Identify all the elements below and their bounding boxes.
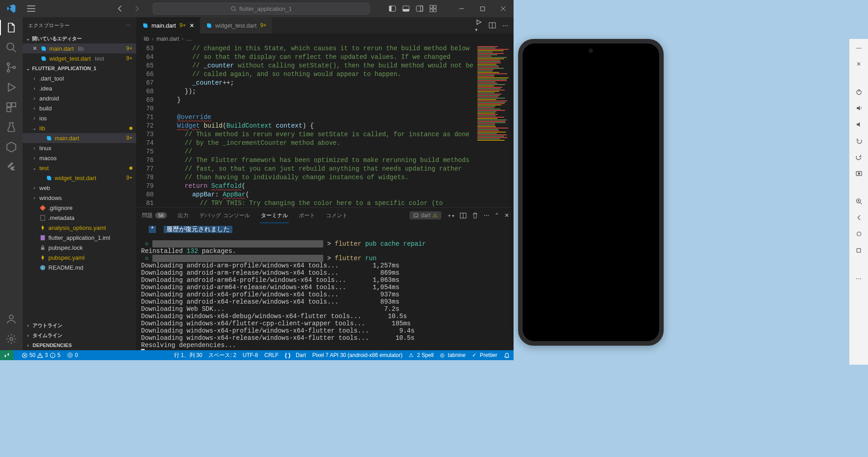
tree-item[interactable]: .gitignore	[23, 203, 136, 213]
tree-item[interactable]: iREADME.md	[23, 262, 136, 272]
explorer-icon[interactable]	[5, 22, 17, 33]
breadcrumb-segment[interactable]: main.dart	[156, 36, 179, 42]
panel-tab-terminal[interactable]: ターミナル	[260, 212, 289, 219]
dependencies-section[interactable]: ›DEPENDENCIES	[23, 340, 136, 350]
emulator-home-icon[interactable]	[854, 229, 864, 239]
open-editor-item[interactable]: widget_test.darttest9+	[23, 53, 136, 63]
panel-tab-ports[interactable]: ポート	[298, 212, 316, 219]
settings-gear-icon[interactable]	[5, 333, 17, 345]
status-tabnine[interactable]: ◎ tabnine	[440, 352, 466, 358]
outline-section[interactable]: ›アウトライン	[23, 320, 136, 330]
tree-item[interactable]: flutter_application_1.iml	[23, 233, 136, 243]
split-terminal-icon[interactable]	[460, 212, 467, 219]
accounts-icon[interactable]	[5, 313, 17, 325]
emulator-close-icon[interactable]: ✕	[854, 59, 864, 69]
tree-item[interactable]: ›web	[23, 183, 136, 193]
emulator-power-icon[interactable]	[854, 87, 864, 97]
remote-indicator[interactable]	[0, 350, 14, 360]
customize-layout-icon[interactable]	[429, 5, 437, 12]
tree-item[interactable]: ›.idea	[23, 83, 136, 93]
sidebar-more-icon[interactable]: ⋯	[126, 23, 131, 29]
emulator-back-icon[interactable]	[854, 213, 864, 223]
close-panel-icon[interactable]: ✕	[505, 212, 509, 219]
breadcrumb-segment[interactable]: lib	[144, 36, 149, 42]
run-file-icon[interactable]: ▾	[475, 19, 482, 33]
kill-terminal-icon[interactable]	[472, 212, 478, 219]
emulator-more-icon[interactable]: ⋯	[854, 273, 864, 283]
new-terminal-icon[interactable]: ＋▾	[447, 212, 454, 219]
panel-more-icon[interactable]: ⋯	[484, 212, 489, 219]
project-section[interactable]: ⌄FLUTTER_APPLICATION_1	[23, 63, 136, 73]
nav-forward-icon[interactable]	[133, 5, 140, 12]
status-problems[interactable]: 50 3 5	[22, 352, 61, 358]
tree-item[interactable]: ›linux	[23, 143, 136, 153]
toggle-primary-sidebar-icon[interactable]	[389, 5, 396, 12]
status-spell[interactable]: ⚠ 2 Spell	[409, 352, 434, 358]
tree-item[interactable]: ⌄lib	[23, 123, 136, 133]
breadcrumb[interactable]: lib›main.dart›…	[137, 33, 514, 44]
tree-item[interactable]: !pubspec.yaml	[23, 252, 136, 262]
tree-item[interactable]: ›ios	[23, 113, 136, 123]
tree-item[interactable]: ›android	[23, 93, 136, 103]
window-minimize-icon[interactable]	[451, 0, 472, 17]
tree-item[interactable]: ›build	[23, 103, 136, 113]
run-debug-icon[interactable]	[5, 81, 17, 93]
editor-tab[interactable]: main.dart9+✕	[137, 17, 200, 33]
menu-icon[interactable]	[27, 5, 35, 12]
status-eol[interactable]: CRLF	[264, 352, 278, 358]
flutter-icon[interactable]	[5, 161, 17, 173]
tree-item[interactable]: ›macos	[23, 153, 136, 163]
maximize-panel-icon[interactable]: ⌃	[495, 212, 499, 219]
terminal[interactable]: * 履歴が復元されました ○ xxxxxxxxxxxxxxxxxxxxxxxxx…	[137, 223, 514, 350]
tree-item[interactable]: ›windows	[23, 193, 136, 203]
tree-item[interactable]: !analysis_options.yaml	[23, 223, 136, 233]
status-notifications-icon[interactable]	[504, 352, 510, 358]
nav-back-icon[interactable]	[117, 5, 124, 12]
android-emulator[interactable]	[518, 39, 664, 346]
status-line-col[interactable]: 行 1、列 30	[174, 352, 203, 359]
window-close-icon[interactable]	[493, 0, 514, 17]
source-control-icon[interactable]	[5, 62, 17, 73]
code-editor[interactable]: // changed in this State, which causes i…	[162, 44, 476, 207]
testing-icon[interactable]	[5, 121, 17, 133]
timeline-section[interactable]: ›タイムライン	[23, 330, 136, 340]
status-spaces[interactable]: スペース: 2	[208, 352, 236, 359]
tree-item[interactable]: main.dart9+	[23, 133, 136, 143]
split-editor-icon[interactable]	[489, 22, 496, 29]
open-editors-section[interactable]: ⌄開いているエディター	[23, 33, 136, 43]
emulator-rotate-right-icon[interactable]	[854, 152, 864, 162]
close-editor-icon[interactable]: ✕	[32, 45, 38, 52]
open-editor-item[interactable]: ✕main.dartlib9+	[23, 43, 136, 53]
status-ports[interactable]: 0	[67, 352, 78, 358]
editor-tab[interactable]: widget_test.dart9+	[200, 17, 272, 33]
tree-item[interactable]: .metadata	[23, 213, 136, 223]
breadcrumb-segment[interactable]: …	[186, 36, 192, 42]
emulator-volume-up-icon[interactable]	[854, 103, 864, 113]
emulator-screen[interactable]	[523, 43, 659, 341]
terminal-shell-indicator[interactable]: dart ⚠	[410, 211, 441, 219]
window-maximize-icon[interactable]	[472, 0, 493, 17]
extensions-icon[interactable]	[5, 101, 17, 113]
search-icon[interactable]	[5, 42, 17, 53]
command-center[interactable]: flutter_application_1	[153, 3, 370, 14]
editor-more-icon[interactable]: ⋯	[502, 22, 508, 29]
emulator-zoom-icon[interactable]	[854, 196, 864, 206]
minimap[interactable]	[476, 44, 514, 207]
emulator-overview-icon[interactable]	[854, 245, 864, 255]
status-language[interactable]: { } Dart	[285, 352, 306, 358]
emulator-screenshot-icon[interactable]	[854, 168, 864, 178]
tree-item[interactable]: ›.dart_tool	[23, 73, 136, 83]
tree-item[interactable]: widget_test.dart9+	[23, 173, 136, 183]
panel-tab-debug-console[interactable]: デバッグ コンソール	[198, 212, 250, 219]
tree-item[interactable]: ⌄test	[23, 163, 136, 173]
remote-explorer-icon[interactable]	[5, 141, 17, 153]
panel-tab-problems[interactable]: 問題58	[141, 212, 168, 219]
panel-tab-output[interactable]: 出力	[177, 212, 189, 219]
status-device[interactable]: Pixel 7 API 30 (android-x86 emulator)	[312, 352, 402, 358]
emulator-volume-down-icon[interactable]	[854, 119, 864, 129]
tree-item[interactable]: pubspec.lock	[23, 243, 136, 252]
panel-tab-comments[interactable]: コメント	[325, 212, 349, 219]
close-tab-icon[interactable]: ✕	[189, 22, 194, 29]
toggle-secondary-sidebar-icon[interactable]	[416, 5, 423, 12]
emulator-rotate-left-icon[interactable]	[854, 136, 864, 146]
